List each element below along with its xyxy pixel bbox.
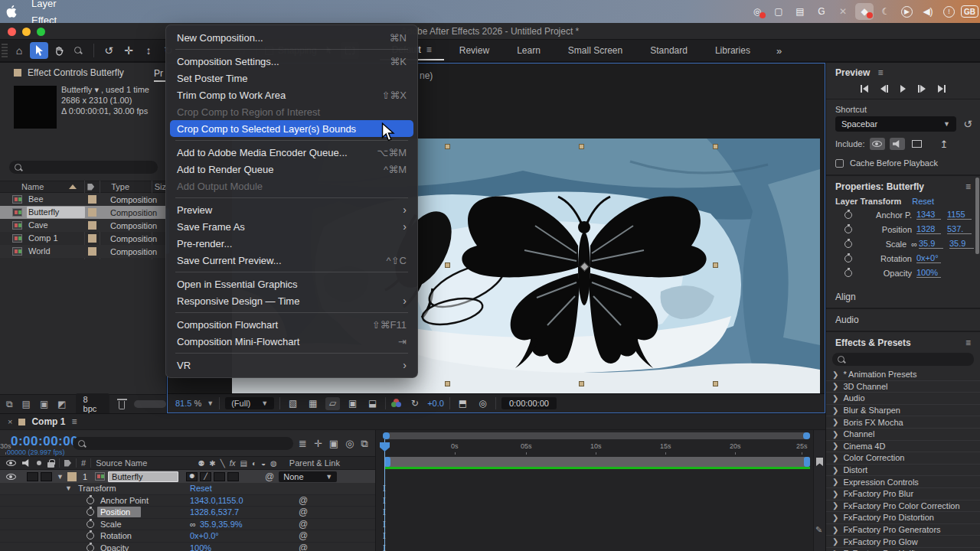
viewer-timecode[interactable]: 0:00:00:00 bbox=[501, 397, 557, 409]
time-ruler[interactable]: 0s05s10s15s20s25s30s bbox=[0, 414, 825, 551]
workspace-menu-icon[interactable]: ≡ bbox=[426, 44, 432, 55]
effects-category-row[interactable]: ❯ Channel bbox=[826, 429, 980, 441]
layer-handle[interactable] bbox=[713, 144, 718, 149]
hand-tool-icon[interactable] bbox=[50, 42, 68, 59]
panel-grip[interactable] bbox=[2, 44, 8, 57]
project-row[interactable]: Butterfly Composition bbox=[0, 206, 166, 219]
menu-item[interactable]: Preview bbox=[166, 201, 417, 218]
previous-frame-button[interactable] bbox=[880, 85, 888, 93]
effects-category-row[interactable]: ❯ Color Correction bbox=[826, 452, 980, 465]
share-frame-icon[interactable]: ↥ bbox=[940, 139, 949, 150]
property-value[interactable]: 1328 bbox=[916, 224, 941, 234]
project-row[interactable]: World Composition bbox=[0, 245, 166, 258]
show-snapshot-icon[interactable]: ◎ bbox=[475, 397, 490, 410]
selection-tool-icon[interactable] bbox=[30, 42, 48, 59]
workspace-tab[interactable]: Review bbox=[447, 41, 501, 60]
twirl-icon[interactable]: ❯ bbox=[832, 454, 838, 462]
twirl-icon[interactable]: ❯ bbox=[832, 466, 838, 474]
effects-category-row[interactable]: ❯ 3D Channel bbox=[826, 381, 980, 393]
panel-section[interactable]: Align bbox=[826, 286, 980, 308]
project-row[interactable]: Bee Composition bbox=[0, 193, 166, 206]
comp-marker-icon[interactable] bbox=[816, 458, 823, 466]
effects-search-input[interactable] bbox=[832, 353, 974, 366]
interpret-footage-icon[interactable]: ⧉ bbox=[6, 399, 13, 409]
layer-handle[interactable] bbox=[713, 381, 718, 386]
resolution-dropdown[interactable]: (Full)▼ bbox=[225, 397, 274, 409]
snapshot-camera-icon[interactable]: ⬒ bbox=[456, 397, 470, 410]
stopwatch-icon[interactable] bbox=[844, 226, 852, 233]
tray-icon[interactable]: ◎ bbox=[748, 3, 766, 20]
menu-item[interactable]: Crop Comp to Selected Layer(s) Bounds bbox=[170, 120, 413, 137]
dolly-camera-tool-icon[interactable]: ↕ bbox=[139, 42, 158, 59]
column-size[interactable]: Siz bbox=[155, 182, 166, 191]
tray-icon[interactable]: ▤ bbox=[791, 3, 809, 20]
menu-item[interactable]: Composition Settings... ⌘K bbox=[166, 53, 417, 70]
label-color-swatch[interactable] bbox=[88, 234, 96, 243]
layer-handle[interactable] bbox=[579, 381, 584, 386]
tray-icon[interactable]: ▢ bbox=[769, 3, 788, 20]
project-item-name[interactable]: Cave bbox=[27, 220, 85, 231]
twirl-icon[interactable]: ❯ bbox=[832, 490, 838, 498]
stopwatch-icon[interactable] bbox=[844, 240, 852, 248]
reset-shortcut-icon[interactable]: ↺ bbox=[963, 118, 972, 130]
menu-item[interactable]: Add to Render Queue ^⌘M bbox=[166, 161, 417, 178]
last-frame-button[interactable] bbox=[938, 85, 946, 93]
rulers-icon[interactable]: ⬓ bbox=[365, 397, 380, 410]
property-value[interactable]: 35.9 bbox=[919, 239, 943, 249]
layer-handle[interactable] bbox=[579, 144, 584, 149]
twirl-icon[interactable]: ❯ bbox=[832, 394, 838, 403]
transparency-grid-icon[interactable]: ▦ bbox=[305, 397, 320, 410]
layer-handle[interactable] bbox=[445, 262, 450, 268]
region-of-interest-icon[interactable]: ▱ bbox=[325, 397, 340, 410]
stopwatch-icon[interactable] bbox=[844, 269, 852, 277]
tray-icon[interactable]: ! bbox=[943, 6, 955, 18]
tray-icon[interactable]: ▶ bbox=[901, 6, 913, 18]
panel-menu-icon[interactable]: ≡ bbox=[877, 67, 883, 78]
twirl-icon[interactable]: ❯ bbox=[832, 418, 838, 426]
workspace-tab[interactable]: Small Screen bbox=[556, 41, 635, 60]
menu-item[interactable]: Composition Flowchart ⇧⌘F11 bbox=[166, 316, 417, 333]
menu-item[interactable]: Trim Comp to Work Area ⇧⌘X bbox=[166, 86, 417, 103]
project-item-name[interactable]: World bbox=[27, 246, 85, 257]
effects-category-row[interactable]: ❯ FxFactory Pro Distortion bbox=[826, 512, 980, 524]
label-column-icon[interactable] bbox=[87, 184, 94, 191]
effects-category-row[interactable]: ❯ Expression Controls bbox=[826, 476, 980, 488]
layer-handle[interactable] bbox=[713, 262, 718, 268]
menu-item[interactable]: Add Output Module bbox=[166, 178, 417, 194]
twirl-icon[interactable]: ❯ bbox=[832, 370, 838, 379]
play-button[interactable] bbox=[900, 85, 906, 93]
minimize-window-button[interactable] bbox=[22, 28, 31, 36]
effects-category-row[interactable]: ❯ FxFactory Pro Halftones bbox=[826, 548, 980, 551]
panel-menu-icon[interactable]: ≡ bbox=[965, 337, 971, 348]
viewer-tab-text[interactable]: ne) bbox=[420, 70, 433, 81]
project-row[interactable]: Comp 1 Composition bbox=[0, 232, 166, 245]
property-value[interactable]: 537. bbox=[947, 224, 972, 234]
project-bit-depth[interactable]: 8 bpc bbox=[76, 393, 109, 413]
include-audio-icon[interactable] bbox=[890, 138, 905, 150]
menu-item[interactable]: Responsive Design — Time bbox=[166, 292, 417, 309]
menu-item[interactable]: Save Frame As bbox=[166, 218, 417, 235]
home-tool-icon[interactable]: ⌂ bbox=[10, 42, 28, 59]
twirl-icon[interactable]: ❯ bbox=[832, 537, 838, 546]
tray-icon[interactable]: ✕ bbox=[834, 3, 852, 20]
tab-effect-controls[interactable]: Effect Controls Butterfly bbox=[28, 67, 124, 78]
menu-item[interactable]: Add to Adobe Media Encoder Queue... ⌥⌘M bbox=[166, 144, 417, 161]
exposure-icon[interactable]: ↻ bbox=[407, 397, 422, 410]
property-value[interactable]: 100% bbox=[916, 268, 941, 278]
playhead-line[interactable] bbox=[384, 439, 385, 551]
label-color-swatch[interactable] bbox=[88, 195, 96, 204]
cache-checkbox[interactable] bbox=[835, 159, 844, 168]
twirl-icon[interactable]: ❯ bbox=[832, 501, 838, 510]
panel-scrollbar[interactable] bbox=[975, 178, 979, 254]
layer-handle[interactable] bbox=[445, 381, 450, 386]
effects-category-row[interactable]: ❯ Cinema 4D bbox=[826, 441, 980, 453]
menu-item[interactable]: VR bbox=[166, 357, 417, 373]
effects-category-row[interactable]: ❯ Blur & Sharpen bbox=[826, 405, 980, 417]
twirl-icon[interactable]: ❯ bbox=[832, 406, 838, 415]
tray-icon[interactable]: ◀) bbox=[919, 3, 937, 20]
effects-category-row[interactable]: ❯ Boris FX Mocha bbox=[826, 416, 980, 429]
label-color-swatch[interactable] bbox=[88, 208, 96, 217]
color-settings-icon[interactable]: ◩ bbox=[57, 399, 66, 409]
workspace-tab[interactable]: Standard bbox=[638, 41, 700, 60]
close-window-button[interactable] bbox=[8, 28, 16, 36]
